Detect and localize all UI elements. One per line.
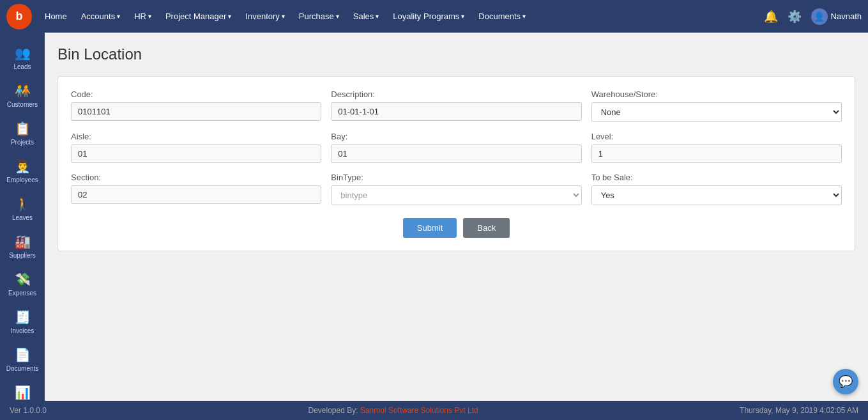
chevron-down-icon: ▾ [336,13,339,20]
bintype-group: BinType: bintype [331,173,581,205]
chevron-down-icon: ▾ [376,13,379,20]
code-label: Code: [71,89,321,99]
sidebar-item-documents[interactable]: 📄 Documents [0,341,45,378]
warehouse-label: Warehouse/Store: [591,89,842,99]
sidebar-item-suppliers[interactable]: 🏭 Suppliers [0,228,45,265]
description-group: Description: [331,89,581,122]
bintype-select-wrapper: bintype [331,185,581,205]
nav-purchase[interactable]: Purchase ▾ [293,6,346,26]
suppliers-icon: 🏭 [15,234,31,249]
warehouse-select-wrapper: None [591,102,842,122]
chevron-down-icon: ▾ [282,13,285,20]
user-menu[interactable]: 👤 Navnath [811,8,862,25]
page-title: Bin Location [57,45,855,63]
footer: Ver 1.0.0.0 Developed By: Sanmol Softwar… [0,401,868,420]
back-button[interactable]: Back [463,218,510,238]
bay-label: Bay: [331,132,581,141]
bay-group: Bay: [331,132,581,163]
sidebar-item-expenses[interactable]: 💸 Expenses [0,265,45,303]
sidebar-item-leaves[interactable]: 🚶 Leaves [0,190,45,228]
level-group: Level: [591,132,842,163]
content-area: Bin Location Code: Description: Warehous… [45,33,868,401]
projects-icon: 📋 [15,121,31,136]
chevron-down-icon: ▾ [148,13,151,20]
section-label: Section: [71,173,321,182]
nav-loyality[interactable]: Loyality Programs ▾ [386,6,471,26]
bell-icon[interactable]: 🔔 [764,10,778,24]
bay-input[interactable] [331,144,581,163]
sidebar-item-customers[interactable]: 🧑‍🤝‍🧑 Customers [0,77,45,114]
nav-inventory[interactable]: Inventory ▾ [239,6,291,26]
employees-icon: 👨‍💼 [15,159,31,174]
level-input[interactable] [591,144,842,163]
sidebar-item-projects[interactable]: 📋 Projects [0,114,45,152]
warehouse-select[interactable]: None [591,102,842,122]
sidebar-item-invoices[interactable]: 🧾 Invoices [0,303,45,341]
settings-icon[interactable]: ⚙️ [788,10,802,24]
chevron-down-icon: ▾ [228,13,231,20]
bin-location-form: Code: Description: Warehouse/Store: None [57,76,855,251]
expenses-icon: 💸 [15,272,31,287]
nav-documents[interactable]: Documents ▾ [472,6,532,26]
section-input[interactable] [71,185,321,204]
sidebar-item-leads[interactable]: 👥 Leads [0,39,45,77]
app-logo[interactable]: b [6,4,32,29]
avatar: 👤 [811,8,828,25]
chevron-down-icon: ▾ [461,13,464,20]
documents-icon: 📄 [15,347,31,362]
leads-icon: 👥 [15,45,31,61]
chevron-down-icon: ▾ [117,13,120,20]
developer-text: Developed By: Sanmol Software Solutions … [308,406,478,415]
code-input[interactable] [71,102,321,121]
aisle-input[interactable] [71,144,321,163]
chat-icon: 💬 [839,375,853,389]
tobsale-group: To be Sale: Yes No [591,173,842,205]
chevron-down-icon: ▾ [522,13,526,20]
leaves-icon: 🚶 [15,196,31,212]
developer-link[interactable]: Sanmol Software Solutions Pvt Ltd [360,406,478,415]
description-input[interactable] [331,102,581,121]
reports-icon: 📊 [15,385,31,400]
nav-hr[interactable]: HR ▾ [128,6,158,26]
form-buttons: Submit Back [71,218,842,238]
invoices-icon: 🧾 [15,309,31,325]
nav-sales[interactable]: Sales ▾ [347,6,386,26]
nav-accounts[interactable]: Accounts ▾ [75,6,126,26]
form-row-1: Code: Description: Warehouse/Store: None [71,89,842,122]
main-layout: 👥 Leads 🧑‍🤝‍🧑 Customers 📋 Projects 👨‍💼 E… [0,33,868,401]
sidebar-item-reports[interactable]: 📊 Reports [0,378,45,401]
description-label: Description: [331,89,581,99]
section-group: Section: [71,173,321,205]
form-row-3: Section: BinType: bintype To be Sale: [71,173,842,205]
chat-button[interactable]: 💬 [833,369,858,394]
sidebar-item-employees[interactable]: 👨‍💼 Employees [0,152,45,190]
aisle-group: Aisle: [71,132,321,163]
version-text: Ver 1.0.0.0 [10,406,47,415]
nav-menu: Home Accounts ▾ HR ▾ Project Manager ▾ I… [38,6,764,26]
customers-icon: 🧑‍🤝‍🧑 [15,83,31,98]
tobsale-select-wrapper: Yes No [591,185,842,205]
bintype-select[interactable]: bintype [331,185,581,205]
sidebar: 👥 Leads 🧑‍🤝‍🧑 Customers 📋 Projects 👨‍💼 E… [0,33,45,401]
tobsale-select[interactable]: Yes No [591,185,842,205]
nav-right-section: 🔔 ⚙️ 👤 Navnath [764,8,862,25]
tobsale-label: To be Sale: [591,173,842,182]
bintype-label: BinType: [331,173,581,182]
submit-button[interactable]: Submit [403,218,457,238]
nav-project-manager[interactable]: Project Manager ▾ [159,6,238,26]
nav-home[interactable]: Home [38,6,73,26]
top-navbar: b Home Accounts ▾ HR ▾ Project Manager ▾… [0,0,868,33]
level-label: Level: [591,132,842,141]
form-row-2: Aisle: Bay: Level: [71,132,842,163]
aisle-label: Aisle: [71,132,321,141]
timestamp-text: Thursday, May 9, 2019 4:02:05 AM [740,406,858,415]
warehouse-group: Warehouse/Store: None [591,89,842,122]
code-group: Code: [71,89,321,122]
